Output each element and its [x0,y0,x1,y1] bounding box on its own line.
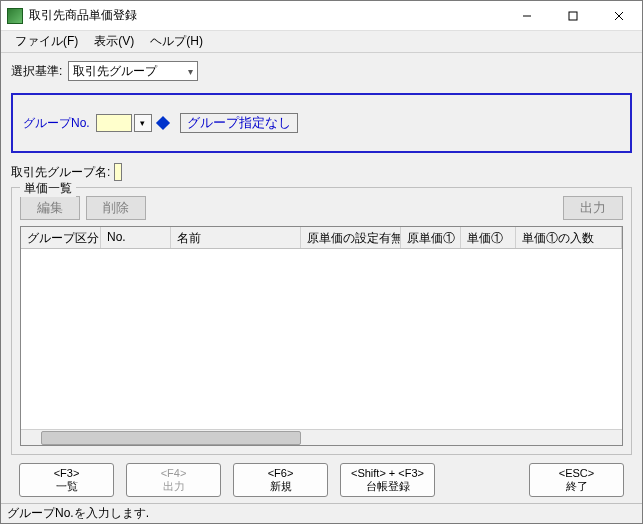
horizontal-scrollbar[interactable] [21,429,622,445]
maximize-icon [568,11,578,21]
criteria-label: 選択基準: [11,63,62,80]
shift-f3-button[interactable]: <Shift> + <F3> 台帳登録 [340,463,435,497]
group-name-label: 取引先グループ名: [11,164,110,181]
scrollbar-thumb[interactable] [41,431,301,445]
col-group-kind[interactable]: グループ区分 [21,227,101,248]
f6-button[interactable]: <F6> 新規 [233,463,328,497]
window-title: 取引先商品単価登録 [29,7,504,24]
col-price1-qty[interactable]: 単価①の入数 [516,227,622,248]
esc-button[interactable]: <ESC> 終了 [529,463,624,497]
group-no-dropdown[interactable]: ▾ [134,114,152,132]
criteria-row: 選択基準: 取引先グループ ▾ [11,61,632,81]
col-has-cost[interactable]: 原単価の設定有無 [301,227,401,248]
f3-label: 一覧 [56,480,78,493]
list-toolbar: 編集 削除 出力 [20,196,623,220]
shift-f3-label: 台帳登録 [366,480,410,493]
close-button[interactable] [596,1,642,30]
group-no-input[interactable] [96,114,132,132]
price-grid: グループ区分 No. 名前 原単価の設定有無 原単価① 単価① 単価①の入数 [20,226,623,446]
menu-help[interactable]: ヘルプ(H) [142,31,211,52]
group-name-row: 取引先グループ名: [11,163,632,181]
delete-button[interactable]: 削除 [86,196,146,220]
f4-label: 出力 [163,480,185,493]
fkey-gap [447,463,517,497]
svg-rect-1 [569,12,577,20]
criteria-select[interactable]: 取引先グループ ▾ [68,61,198,81]
menu-view[interactable]: 表示(V) [86,31,142,52]
criteria-value: 取引先グループ [73,63,157,80]
statusbar: グループNo.を入力します. [1,503,642,523]
output-button[interactable]: 出力 [563,196,623,220]
f3-key: <F3> [54,467,80,480]
group-none-button[interactable]: グループ指定なし [180,113,298,133]
edit-button[interactable]: 編集 [20,196,80,220]
status-text: グループNo.を入力します. [7,505,149,522]
col-cost1[interactable]: 原単価① [401,227,461,248]
menubar: ファイル(F) 表示(V) ヘルプ(H) [1,31,642,53]
f6-key: <F6> [268,467,294,480]
lookup-icon[interactable] [156,116,170,130]
minimize-icon [522,11,532,21]
minimize-button[interactable] [504,1,550,30]
f4-key: <F4> [161,467,187,480]
group-no-label: グループNo. [23,115,90,132]
content-area: 選択基準: 取引先グループ ▾ グループNo. ▾ グループ指定なし 取引先グル… [1,53,642,503]
window-controls [504,1,642,30]
grid-body[interactable] [21,249,622,429]
col-no[interactable]: No. [101,227,171,248]
maximize-button[interactable] [550,1,596,30]
app-window: 取引先商品単価登録 ファイル(F) 表示(V) ヘルプ(H) 選択基準: 取引先… [0,0,643,524]
col-price1[interactable]: 単価① [461,227,516,248]
toolbar-spacer [152,196,563,220]
group-panel: グループNo. ▾ グループ指定なし [11,93,632,153]
shift-f3-key: <Shift> + <F3> [351,467,424,480]
close-icon [614,11,624,21]
f4-button[interactable]: <F4> 出力 [126,463,221,497]
function-key-bar: <F3> 一覧 <F4> 出力 <F6> 新規 <Shift> + <F3> 台… [11,463,632,503]
esc-label: 終了 [566,480,588,493]
chevron-down-icon: ▾ [140,118,145,128]
menu-file[interactable]: ファイル(F) [7,31,86,52]
f3-button[interactable]: <F3> 一覧 [19,463,114,497]
grid-header: グループ区分 No. 名前 原単価の設定有無 原単価① 単価① 単価①の入数 [21,227,622,249]
esc-key: <ESC> [559,467,594,480]
col-name[interactable]: 名前 [171,227,301,248]
price-list-fieldset: 単価一覧 編集 削除 出力 グループ区分 No. 名前 原単価の設定有無 原単価… [11,187,632,455]
f6-label: 新規 [270,480,292,493]
chevron-down-icon: ▾ [188,66,193,77]
titlebar: 取引先商品単価登録 [1,1,642,31]
group-name-input[interactable] [114,163,122,181]
app-icon [7,8,23,24]
price-list-legend: 単価一覧 [20,180,76,197]
